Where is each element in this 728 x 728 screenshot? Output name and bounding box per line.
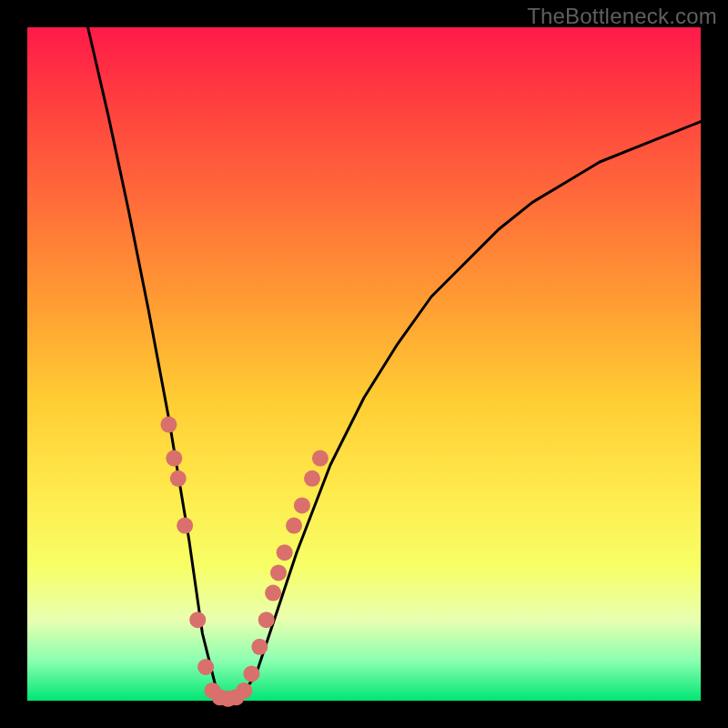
highlight-dot (177, 518, 193, 534)
highlight-dot (189, 612, 206, 628)
highlight-dot (243, 665, 259, 682)
highlight-dot (265, 585, 281, 602)
highlight-dot (251, 639, 268, 655)
highlight-dot (170, 470, 187, 487)
highlight-dot (258, 612, 275, 628)
highlight-dot (304, 470, 320, 487)
chart-svg (27, 27, 701, 701)
highlight-dot (197, 659, 214, 675)
plot-area (27, 27, 701, 701)
highlight-dot (236, 682, 252, 699)
highlight-dot (270, 564, 287, 581)
highlight-dot (294, 497, 310, 513)
highlight-dot (312, 450, 329, 467)
highlight-dots (160, 417, 329, 707)
watermark-text: TheBottleneck.com (527, 4, 717, 29)
highlight-dot (277, 544, 293, 561)
chart-frame: TheBottleneck.com (0, 0, 728, 728)
curve-path (88, 27, 701, 701)
highlight-dot (160, 417, 177, 433)
bottleneck-curve (88, 27, 701, 701)
highlight-dot (166, 450, 182, 467)
highlight-dot (286, 518, 302, 534)
